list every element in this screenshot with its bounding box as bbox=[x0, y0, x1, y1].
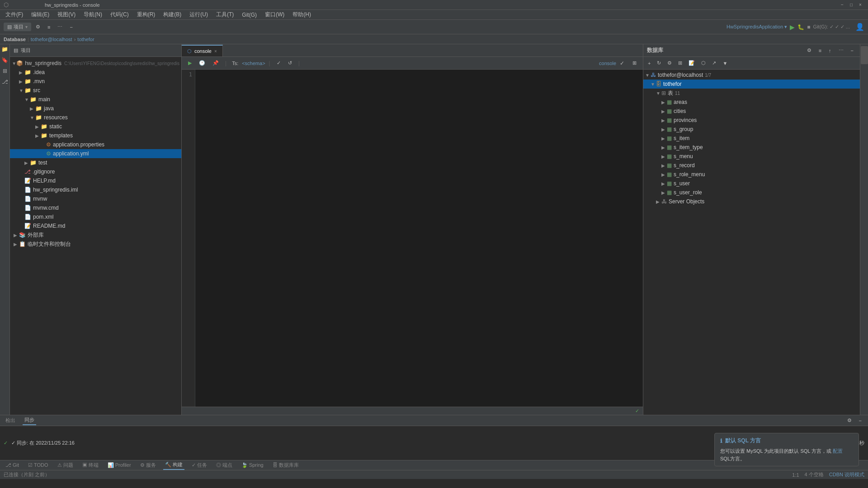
editor-check-btn[interactable]: ✓ bbox=[274, 59, 283, 67]
tree-item-test[interactable]: ▶ 📁 test bbox=[10, 158, 181, 167]
toolbar-more-btn[interactable]: ⋯ bbox=[55, 23, 65, 31]
menu-navigate[interactable]: 导航(N) bbox=[80, 10, 106, 19]
sidebar-structure-icon[interactable]: ⊞ bbox=[1, 68, 9, 76]
db-tree-server-objects[interactable]: ▶ 🖧 Server Objects bbox=[643, 197, 860, 206]
db-tree-s-menu[interactable]: ▶ ▦ s_menu bbox=[643, 152, 860, 161]
db-console-tab[interactable]: 🗄 数据库库 bbox=[271, 461, 301, 469]
db-settings-btn[interactable]: ⚙ bbox=[804, 47, 814, 54]
db-tree-connection[interactable]: ▼ 🖧 tothefor@localhost 1/7 bbox=[643, 70, 860, 80]
spring-tab[interactable]: 🍃 Spring bbox=[240, 461, 265, 469]
stop-button[interactable]: ■ bbox=[807, 24, 810, 30]
menu-edit[interactable]: 编辑(E) bbox=[28, 10, 53, 19]
db-tree-s-item[interactable]: ▶ ▦ s_item bbox=[643, 134, 860, 143]
menu-code[interactable]: 代码(C) bbox=[107, 10, 132, 19]
editor-run-btn[interactable]: ▶ bbox=[185, 59, 194, 67]
toolbar-list-btn[interactable]: ≡ bbox=[45, 23, 53, 31]
editor-clock-btn[interactable]: 🕐 bbox=[196, 59, 208, 67]
db-console-btn[interactable]: ⬡ bbox=[698, 59, 708, 67]
sidebar-bookmark-icon[interactable]: 🔖 bbox=[1, 57, 9, 65]
breadcrumb-connection[interactable]: tothefor@localhost bbox=[31, 37, 72, 42]
db-tree-s-role-menu[interactable]: ▶ ▦ s_role_menu bbox=[643, 170, 860, 179]
db-tree-s-user-role[interactable]: ▶ ▦ s_user_role bbox=[643, 188, 860, 197]
tree-item-external-libs[interactable]: ▶ 📚 外部库 bbox=[10, 230, 181, 239]
db-tree-cities[interactable]: ▶ ▦ cities bbox=[643, 107, 860, 116]
db-tree[interactable]: ▼ 🖧 tothefor@localhost 1/7 ▼ 🗄 tothefor … bbox=[643, 70, 860, 415]
editor-console-label[interactable]: console bbox=[599, 61, 616, 66]
code-area[interactable] bbox=[195, 70, 643, 407]
task-tab[interactable]: ✓ 任务 bbox=[190, 461, 209, 469]
menu-refactor[interactable]: 重构(R) bbox=[133, 10, 159, 19]
tab-close-icon[interactable]: × bbox=[214, 49, 217, 54]
issues-tab[interactable]: ⚠ 问题 bbox=[56, 461, 75, 469]
tree-item-root[interactable]: ▼ 📦 hw_springredis C:\Users\YIFENG\Deskt… bbox=[10, 59, 181, 68]
db-tree-areas[interactable]: ▶ ▦ areas bbox=[643, 98, 860, 107]
debug-button[interactable]: 🐛 bbox=[797, 24, 804, 30]
tree-item-iml[interactable]: ▶ 📄 hw_springredis.iml bbox=[10, 185, 181, 194]
right-sidebar-tab[interactable] bbox=[861, 46, 868, 64]
tree-item-scratch[interactable]: ▶ 📋 临时文件和控制台 bbox=[10, 239, 181, 249]
bottom-tab-checkout[interactable]: 检出 bbox=[4, 416, 17, 425]
project-dropdown[interactable]: ▤ 项目 ▾ bbox=[4, 23, 31, 31]
tree-item-resources[interactable]: ▼ 📁 resources bbox=[10, 113, 181, 122]
db-refresh-btn[interactable]: ↻ bbox=[654, 59, 664, 67]
tree-item-templates[interactable]: ▶ 📁 templates bbox=[10, 131, 181, 140]
db-tree-s-user[interactable]: ▶ ▦ s_user bbox=[643, 179, 860, 188]
editor-refresh-btn[interactable]: ↺ bbox=[285, 59, 295, 67]
minimize-button[interactable]: − bbox=[841, 2, 846, 8]
user-avatar[interactable]: 👤 bbox=[855, 23, 864, 31]
menu-tools[interactable]: 工具(T) bbox=[212, 10, 237, 19]
tree-item-helpmd[interactable]: ▶ 📝 HELP.md bbox=[10, 176, 181, 185]
sidebar-project-icon[interactable]: 📁 bbox=[1, 46, 9, 54]
notif-link[interactable]: 配置 bbox=[833, 448, 843, 454]
close-button[interactable]: × bbox=[859, 2, 864, 8]
toolbar-settings-btn[interactable]: ⚙ bbox=[33, 23, 43, 31]
menu-run[interactable]: 运行(U) bbox=[186, 10, 212, 19]
menu-file[interactable]: 文件(F) bbox=[2, 10, 27, 19]
run-button[interactable]: ▶ bbox=[790, 23, 795, 31]
tree-item-app-props[interactable]: ▶ ⚙ application.properties bbox=[10, 140, 181, 149]
tree-item-readme[interactable]: ▶ 📝 README.md bbox=[10, 221, 181, 230]
bottom-tab-sync[interactable]: 同步 bbox=[23, 416, 36, 425]
db-tree-provinces[interactable]: ▶ ▦ provinces bbox=[643, 116, 860, 125]
tree-item-mvnw[interactable]: ▶ 📄 mvnw bbox=[10, 194, 181, 203]
tree-item-idea[interactable]: ▶ 📁 .idea bbox=[10, 68, 181, 77]
profiler-tab[interactable]: 📊 Profiler bbox=[106, 461, 133, 469]
services-tab[interactable]: ⚙ 服务 bbox=[138, 461, 158, 469]
tree-item-pom[interactable]: ▶ 📄 pom.xml bbox=[10, 212, 181, 221]
tree-item-mvnwcmd[interactable]: ▶ 📄 mvnw.cmd bbox=[10, 203, 181, 212]
tab-console[interactable]: ⬡ console × bbox=[182, 45, 223, 56]
git-tab[interactable]: ⎇ Git bbox=[4, 461, 21, 469]
menu-window[interactable]: 窗口(W) bbox=[261, 10, 288, 19]
menu-help[interactable]: 帮助(H) bbox=[289, 10, 315, 19]
db-tree-db[interactable]: ▼ 🗄 tothefor bbox=[643, 80, 860, 89]
editor-content[interactable]: 1 bbox=[182, 70, 643, 407]
menu-view[interactable]: 视图(V) bbox=[54, 10, 79, 19]
editor-table-btn[interactable]: ⊞ bbox=[630, 59, 639, 67]
menu-build[interactable]: 构建(B) bbox=[160, 10, 185, 19]
editor-schema-dropdown[interactable]: <schema> bbox=[242, 61, 265, 66]
sidebar-git-icon[interactable]: ⎇ bbox=[1, 79, 9, 87]
tree-item-main[interactable]: ▼ 📁 main bbox=[10, 95, 181, 104]
tree-item-gitignore[interactable]: ▶ ⎇ .gitignore bbox=[10, 167, 181, 176]
maximize-button[interactable]: □ bbox=[850, 2, 855, 8]
tree-item-app-yml[interactable]: ▶ ⚙ application.yml bbox=[10, 149, 181, 158]
app-run-dropdown[interactable]: HwSpringredisApplication ▾ bbox=[726, 24, 787, 30]
tree-item-src[interactable]: ▼ 📁 src bbox=[10, 86, 181, 95]
db-add-btn[interactable]: + bbox=[645, 60, 653, 67]
db-layout-btn[interactable]: ≡ bbox=[816, 47, 824, 54]
terminal-tab[interactable]: ▣ 终端 bbox=[80, 461, 100, 469]
db-more-btn[interactable]: ⋯ bbox=[836, 47, 846, 54]
db-properties-btn[interactable]: ⚙ bbox=[665, 59, 675, 67]
tree-item-static[interactable]: ▶ 📁 static bbox=[10, 122, 181, 131]
build-tab[interactable]: 🔨 构建 bbox=[163, 460, 184, 470]
tree-item-mvn[interactable]: ▶ 📁 .mvn bbox=[10, 77, 181, 86]
db-tree-s-item-type[interactable]: ▶ ▦ s_item_type bbox=[643, 143, 860, 152]
file-tree-content[interactable]: ▼ 📦 hw_springredis C:\Users\YIFENG\Deskt… bbox=[10, 57, 181, 415]
menu-git[interactable]: Git(G) bbox=[238, 11, 260, 19]
db-query-btn[interactable]: 📝 bbox=[686, 59, 698, 67]
endpoints-tab[interactable]: ◎ 端点 bbox=[214, 461, 234, 469]
tree-item-java[interactable]: ▶ 📁 java bbox=[10, 104, 181, 113]
db-tree-s-record[interactable]: ▶ ▦ s_record bbox=[643, 161, 860, 170]
db-tree-tables-group[interactable]: ▼ ⊞ 表 11 bbox=[643, 89, 860, 98]
todo-tab[interactable]: ☑ TODO bbox=[26, 461, 50, 469]
